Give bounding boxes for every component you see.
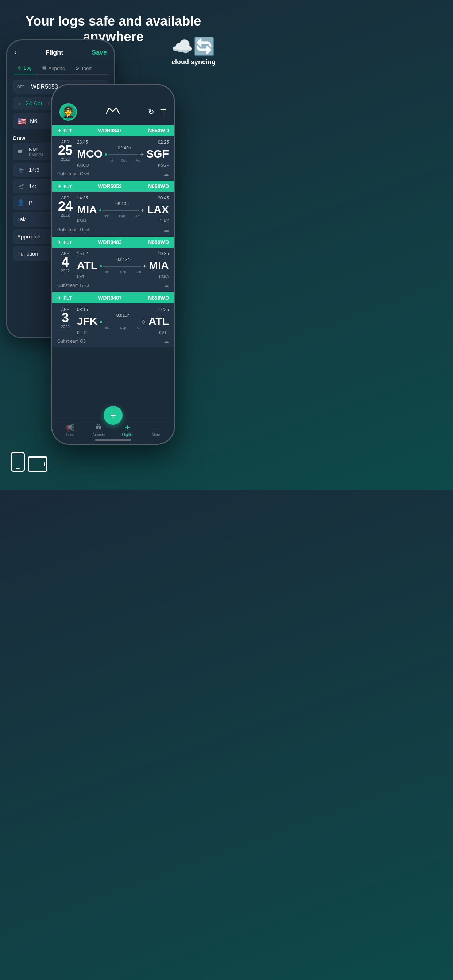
- cloud-sync-icon-0: ☁: [164, 171, 169, 177]
- dep-icao-3: KJFK: [77, 330, 87, 335]
- flight-card-footer-3: Gulfstream G6 ☁: [52, 337, 174, 347]
- route-start-dot-0: [105, 153, 107, 156]
- flights-icon: ✈: [124, 423, 131, 432]
- arr-airport-2: MIA: [149, 260, 169, 271]
- duration-0: 02:40h: [105, 145, 144, 151]
- date-col-0: Apr 25 2022: [57, 140, 73, 167]
- flight-card-2[interactable]: ✈ FLT WDR0483 N650WD Apr 4 2022 15:52 19…: [52, 237, 174, 291]
- refresh-icon[interactable]: ↻: [148, 108, 154, 116]
- arr-icao-1: KLAX: [159, 219, 169, 223]
- flights-list: ✈ FLT WDR0847 N650WD Apr 25 2022 23:45 0…: [52, 125, 174, 419]
- dep-airport-2: ATL: [77, 260, 97, 271]
- ofp-label: OFP: [17, 85, 27, 89]
- arr-airport-0: SGF: [146, 148, 169, 159]
- duration-1: 06:10h: [99, 201, 145, 206]
- flight-number-3: WDR0487: [72, 295, 148, 301]
- next-date-button[interactable]: ›: [48, 100, 49, 107]
- flight-card-header-2: ✈ FLT WDR0483 N650WD: [52, 237, 174, 248]
- cloud-sync-icon-1: ☁: [164, 227, 169, 232]
- cloud-syncing-label: cloud syncing: [171, 58, 215, 65]
- nav-item-flights[interactable]: ✈ Flights: [113, 423, 142, 437]
- flt-plane-icon-3: ✈: [57, 295, 61, 301]
- pilot-icon: 👤: [17, 199, 26, 206]
- route-icao-3: KJFK KATL: [77, 330, 169, 335]
- flight-card-1[interactable]: ✈ FLT WDR5053 N650WD Apr 24 2022 14:35 2…: [52, 181, 174, 235]
- date-day-3: 3: [57, 311, 73, 325]
- route-airports-3: JFK 03:10h ✈ Init Dep Arr: [77, 313, 169, 329]
- cloud-syncing-badge: ☁️🔄 cloud syncing: [171, 37, 215, 66]
- flt-plane-icon-1: ✈: [57, 184, 61, 189]
- cloud-sync-icon-2: ☁: [164, 283, 169, 288]
- date-value: 24 Apr: [26, 100, 42, 107]
- tab-airports[interactable]: 🏛 Airports: [37, 63, 70, 75]
- route-line-1: ✈: [99, 207, 145, 213]
- avatar[interactable]: 🧑‍✈️: [59, 103, 77, 121]
- tab-log[interactable]: ✈ Log: [13, 63, 37, 75]
- prev-date-button[interactable]: ‹: [19, 100, 21, 107]
- flag-icon: 🇺🇸: [17, 117, 26, 126]
- flight-card-footer-0: Gulfstream G650 ☁: [52, 170, 174, 180]
- dep-time-0: 23:45: [77, 140, 88, 145]
- route-times-2: 15:52 19:35: [77, 251, 169, 256]
- tab-tools[interactable]: ⚙ Tools: [70, 63, 97, 75]
- airports-label: Airports: [93, 433, 105, 437]
- date-year-2: 2022: [57, 269, 73, 273]
- flt-plane-icon-0: ✈: [57, 128, 61, 134]
- back-nav: ‹ Flight Save: [13, 48, 108, 57]
- route-track-1: [103, 210, 139, 211]
- cloud-icon: ☁️🔄: [171, 37, 215, 57]
- dep-icao-1: KMIA: [77, 219, 87, 223]
- feed-label: Feed: [66, 433, 74, 437]
- route-col-1: 14:35 20:45 MIA 06:10h ✈: [77, 196, 169, 223]
- route-times-1: 14:35 20:45: [77, 196, 169, 200]
- flight-detail-title: Flight: [45, 49, 63, 57]
- save-button[interactable]: Save: [91, 49, 107, 57]
- route-line-2: ✈: [100, 263, 147, 269]
- flight-card-0[interactable]: ✈ FLT WDR0847 N650WD Apr 25 2022 23:45 0…: [52, 125, 174, 180]
- back-button[interactable]: ‹: [14, 48, 17, 57]
- nav-item-airports[interactable]: 🏛 Airports: [85, 424, 113, 437]
- flight-reg-3: N650WD: [148, 295, 169, 301]
- flight-number-value: WDR5053: [31, 83, 58, 90]
- nav-item-feed[interactable]: 📢 Feed: [56, 423, 85, 437]
- arr-airport-3: ATL: [148, 316, 169, 327]
- back-tabs: ✈ Log 🏛 Airports ⚙ Tools: [13, 63, 108, 75]
- route-track-3: [104, 321, 140, 322]
- route-icao-1: KMIA KLAX: [77, 219, 169, 223]
- add-flight-button[interactable]: +: [104, 406, 123, 425]
- dep-airport-1: MIA: [77, 204, 97, 215]
- flight-reg-0: N650WD: [148, 127, 169, 134]
- flight-card-header-0: ✈ FLT WDR0847 N650WD: [52, 125, 174, 136]
- route-start-dot-2: [100, 265, 102, 267]
- nav-item-more[interactable]: ··· More: [142, 424, 171, 437]
- flight-card-header-1: ✈ FLT WDR5053 N650WD: [52, 181, 174, 192]
- route-labels-1: Init Dep Arr: [99, 215, 145, 218]
- flight-card-body-3: Apr 3 2022 08:15 11:25 JFK 03:10h: [52, 303, 174, 337]
- arr-time-3: 11:25: [158, 307, 169, 312]
- route-airports-0: MCO 02:40h ✈ Init Dep Arr: [77, 145, 169, 162]
- flight-card-footer-2: Gulfstream G650 ☁: [52, 281, 174, 291]
- route-line-0: ✈: [105, 152, 144, 158]
- flight-card-body-1: Apr 24 2022 14:35 20:45 MIA 06:10h: [52, 192, 174, 225]
- dep-time-1: 14:35: [77, 196, 88, 200]
- flt-plane-icon-2: ✈: [57, 240, 61, 245]
- flight-card-header-3: ✈ FLT WDR0487 N650WD: [52, 293, 174, 303]
- flt-badge-2: ✈ FLT: [57, 240, 72, 245]
- pilot-avatar-icon: 🧑‍✈️: [62, 106, 75, 118]
- date-day-1: 24: [57, 200, 73, 213]
- dep-time-3: 08:15: [77, 307, 88, 312]
- flight-card-3[interactable]: ✈ FLT WDR0487 N650WD Apr 3 2022 08:15 11…: [52, 293, 174, 347]
- origin-value: KMI: [29, 146, 43, 153]
- top-nav: 🧑‍✈️ ↻ ☰: [52, 101, 174, 125]
- aircraft-name-2: Gulfstream G650: [57, 283, 91, 288]
- arr-airport-1: LAX: [147, 204, 169, 215]
- route-icao-2: KATL KMIA: [77, 275, 169, 279]
- arr-time-value: 14:: [29, 183, 37, 189]
- route-col-3: 08:15 11:25 JFK 03:10h ✈: [77, 307, 169, 335]
- flt-badge-1: ✈ FLT: [57, 184, 72, 189]
- dep-icao-0: KMCO: [77, 163, 89, 167]
- aircraft-name-3: Gulfstream G6: [57, 339, 86, 344]
- date-col-2: Apr 4 2022: [57, 251, 73, 279]
- menu-icon[interactable]: ☰: [160, 108, 167, 116]
- takeoff-label: Tak: [17, 216, 26, 223]
